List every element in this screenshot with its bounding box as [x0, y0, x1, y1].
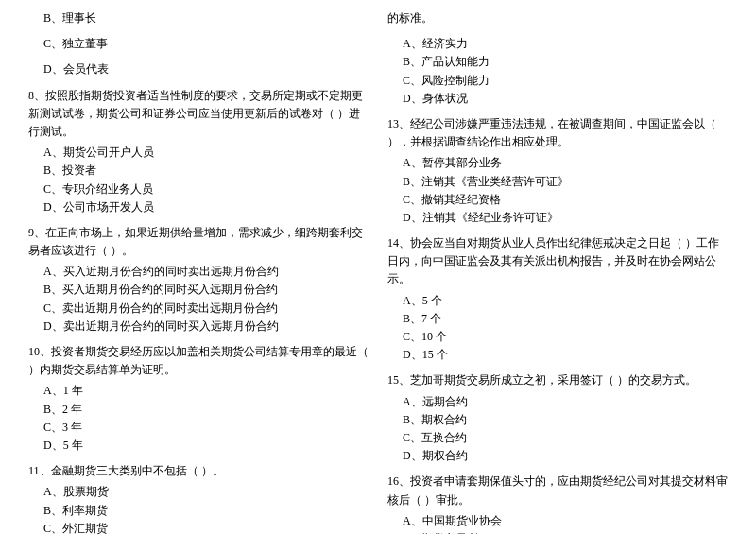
option-a: A、远期合约	[387, 393, 728, 411]
question-text: 16、投资者申请套期保值头寸的，应由期货经纪公司对其提交材料审核后（ ）审批。	[387, 473, 728, 508]
option-b: B、期权合约	[387, 411, 728, 429]
question-text: 9、在正向市场上，如果近期供给量增加，需求减少，细跨期套利交易者应该进行（ ）。	[28, 224, 369, 260]
option-b: B、注销其《营业类经营许可证》	[387, 173, 728, 191]
option-b: B、2 年	[28, 401, 369, 419]
item-b-director: B、理事长	[28, 9, 369, 27]
option-a: A、经济实力	[387, 35, 728, 53]
option-d: D、卖出近期月份合约的同时买入远期月份合约	[28, 318, 369, 336]
question-text: 15、芝加哥期货交易所成立之初，采用签订（ ）的交易方式。	[387, 371, 728, 389]
option-b: B、利率期货	[28, 502, 369, 520]
option-c: C、卖出近期月份合约的同时卖出远期月份合约	[28, 300, 369, 318]
left-column: B、理事长 C、独立董事 D、会员代表 8、按照股指期货投资者适当性制度的要求，…	[28, 9, 369, 534]
option-d: D、注销其《经纪业务许可证》	[387, 209, 728, 227]
question-9: 9、在正向市场上，如果近期供给量增加，需求减少，细跨期套利交易者应该进行（ ）。…	[28, 224, 369, 336]
option-b: B、期货交易所	[387, 530, 728, 534]
option-c: C、10 个	[387, 328, 728, 346]
option-c: C、风险控制能力	[387, 72, 728, 90]
question-15: 15、芝加哥期货交易所成立之初，采用签订（ ）的交易方式。 A、远期合约 B、期…	[387, 371, 728, 465]
option-a: A、股票期货	[28, 483, 369, 501]
option-a: A、中国期货业协会	[387, 512, 728, 530]
question-16: 16、投资者申请套期保值头寸的，应由期货经纪公司对其提交材料审核后（ ）审批。 …	[387, 473, 728, 534]
option-d: D、期权合约	[387, 447, 728, 465]
option-c: C、3 年	[28, 419, 369, 437]
question-text: 8、按照股指期货投资者适当性制度的要求，交易所定期或不定期更新测试试卷，期货公司…	[28, 87, 369, 142]
std-line: 的标准。	[387, 9, 728, 27]
option-b: B、买入近期月份合约的同时买入远期月份合约	[28, 281, 369, 299]
option-c: C、外汇期货	[28, 520, 369, 534]
option-text: D、会员代表	[28, 60, 369, 78]
question-10: 10、投资者期货交易经历应以加盖相关期货公司结算专用章的最近（ ）内期货交易结算…	[28, 343, 369, 455]
option-d: D、15 个	[387, 346, 728, 364]
option-a: A、暂停其部分业务	[387, 154, 728, 172]
option-d: D、身体状况	[387, 90, 728, 108]
option-d: D、5 年	[28, 437, 369, 455]
option-a: A、期货公司开户人员	[28, 144, 369, 162]
std-line-text: 的标准。	[387, 9, 728, 27]
question-8: 8、按照股指期货投资者适当性制度的要求，交易所定期或不定期更新测试试卷，期货公司…	[28, 87, 369, 216]
option-a: A、1 年	[28, 382, 369, 400]
right-column: 的标准。 A、经济实力 B、产品认知能力 C、风险控制能力 D、身体状况 13、…	[387, 9, 728, 534]
option-b: B、7 个	[387, 310, 728, 328]
option-text: C、独立董事	[28, 35, 369, 53]
option-b: B、产品认知能力	[387, 53, 728, 71]
question-text: 11、金融期货三大类别中不包括（ ）。	[28, 462, 369, 480]
question-text: 14、协会应当自对期货从业人员作出纪律惩戒决定之日起（ ）工作日内，向中国证监会…	[387, 234, 728, 289]
two-col-layout: B、理事长 C、独立董事 D、会员代表 8、按照股指期货投资者适当性制度的要求，…	[28, 9, 728, 534]
page-container: B、理事长 C、独立董事 D、会员代表 8、按照股指期货投资者适当性制度的要求，…	[28, 9, 728, 534]
option-c: C、撤销其经纪资格	[387, 191, 728, 209]
option-b: B、投资者	[28, 162, 369, 180]
option-a: A、5 个	[387, 292, 728, 310]
question-13: 13、经纪公司涉嫌严重违法违规，在被调查期间，中国证监会以（ ），并根据调查结论…	[387, 115, 728, 227]
question-text: 10、投资者期货交易经历应以加盖相关期货公司结算专用章的最近（ ）内期货交易结算…	[28, 343, 369, 379]
option-a: A、买入近期月份合约的同时卖出远期月份合约	[28, 263, 369, 281]
item-c-independent: C、独立董事	[28, 35, 369, 53]
question-11: 11、金融期货三大类别中不包括（ ）。 A、股票期货 B、利率期货 C、外汇期货…	[28, 462, 369, 534]
option-d: D、公司市场开发人员	[28, 198, 369, 216]
question-14: 14、协会应当自对期货从业人员作出纪律惩戒决定之日起（ ）工作日内，向中国证监会…	[387, 234, 728, 364]
item-d-delegate: D、会员代表	[28, 60, 369, 78]
question-text: 13、经纪公司涉嫌严重违法违规，在被调查期间，中国证监会以（ ），并根据调查结论…	[387, 115, 728, 151]
option-c: C、互换合约	[387, 429, 728, 447]
option-c: C、专职介绍业务人员	[28, 181, 369, 198]
option-text: B、理事长	[28, 9, 369, 27]
question-12-options: A、经济实力 B、产品认知能力 C、风险控制能力 D、身体状况	[387, 35, 728, 108]
